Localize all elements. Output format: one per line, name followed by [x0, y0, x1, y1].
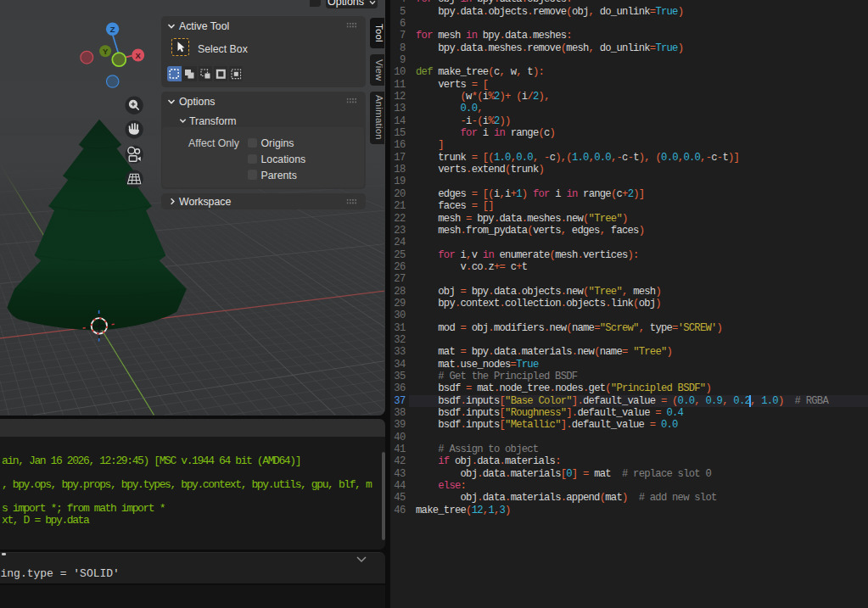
svg-text:Z: Z	[110, 25, 115, 34]
svg-text:X: X	[136, 51, 142, 60]
svg-text:Y: Y	[103, 47, 109, 56]
